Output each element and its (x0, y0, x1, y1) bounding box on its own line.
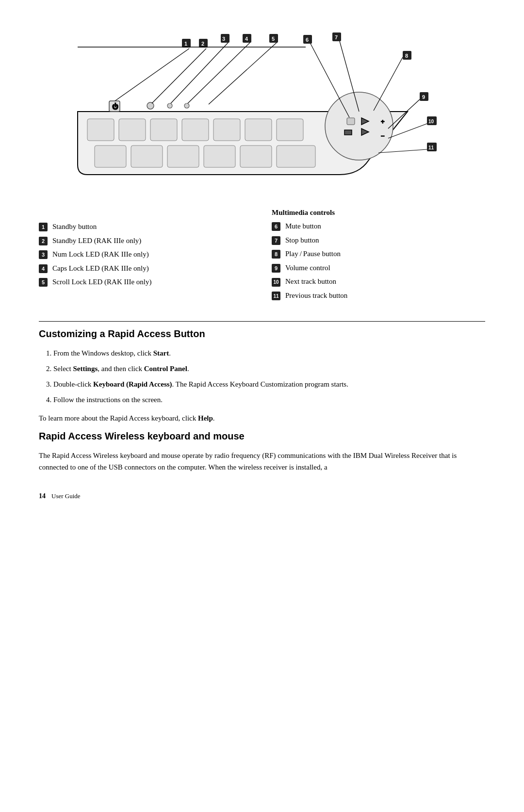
svg-text:+: + (381, 118, 385, 125)
step-2: Select Settings, and then click Control … (53, 363, 485, 374)
legend-row-10: 10 Next track button (272, 276, 485, 287)
svg-marker-20 (344, 130, 352, 135)
legend-num-11: 11 (272, 292, 280, 300)
svg-rect-3 (182, 119, 209, 141)
svg-line-25 (115, 49, 189, 101)
legend-text-3: Num Lock LED (RAK IIIe only) (52, 249, 149, 260)
legend-text-5: Scroll Lock LED (RAK IIIe only) (52, 276, 152, 288)
step1-prefix: From the Windows desktop, click (53, 349, 153, 357)
legend-row-1: 1 Standby button (39, 221, 252, 232)
svg-text:3: 3 (222, 36, 225, 42)
step-3: Double-click Keyboard (Rapid Access). Th… (53, 378, 485, 390)
step1-suffix: . (169, 349, 171, 357)
page-number: 14 (39, 492, 46, 500)
svg-text:9: 9 (422, 94, 425, 100)
legend-text-7: Stop button (285, 235, 319, 246)
page-footer: 14 User Guide (39, 492, 485, 500)
svg-point-13 (147, 102, 154, 109)
svg-line-34 (188, 43, 250, 103)
legend-num-4: 4 (39, 264, 48, 273)
legend-text-6: Mute button (285, 221, 321, 232)
legend-text-9: Volume control (285, 262, 330, 274)
svg-rect-1 (119, 119, 146, 141)
svg-text:11: 11 (428, 145, 434, 150)
section2-heading: Rapid Access Wireless keyboard and mouse (39, 431, 485, 442)
svg-rect-0 (87, 119, 114, 141)
step-4: Follow the instructions on the screen. (53, 394, 485, 406)
legend-num-7: 7 (272, 236, 280, 245)
legend-right: Multimedia controls 6 Mute button 7 Stop… (252, 209, 485, 304)
svg-rect-8 (131, 146, 163, 167)
section-divider-1 (39, 321, 485, 322)
legend-row-11: 11 Previous track button (272, 290, 485, 301)
keyboard-diagram: + − ⏻ 1 2 3 4 5 6 (39, 19, 485, 194)
section1-footer-bold: Help (198, 414, 213, 422)
step-1: From the Windows desktop, click Start. (53, 347, 485, 359)
multimedia-header: Multimedia controls (272, 209, 485, 217)
legend-row-3: 3 Num Lock LED (RAK IIIe only) (39, 249, 252, 260)
section1-footer-prefix: To learn more about the Rapid Access key… (39, 414, 198, 422)
section2-body: The Rapid Access Wireless keyboard and m… (39, 450, 485, 473)
footer-label: User Guide (51, 492, 81, 500)
step2-suffix: . (187, 365, 189, 373)
svg-text:7: 7 (335, 34, 338, 40)
legend-section: 1 Standby button 2 Standby LED (RAK IIIe… (39, 209, 485, 304)
svg-text:4: 4 (245, 36, 248, 42)
legend-left: 1 Standby button 2 Standby LED (RAK IIIe… (39, 209, 252, 304)
legend-num-8: 8 (272, 250, 280, 259)
legend-text-2: Standby LED (RAK IIIe only) (52, 235, 141, 246)
svg-rect-11 (240, 146, 272, 167)
svg-text:5: 5 (272, 36, 275, 42)
svg-rect-2 (150, 119, 177, 141)
svg-rect-17 (347, 118, 355, 125)
step3-prefix: Double-click (53, 380, 93, 388)
legend-num-6: 6 (272, 222, 280, 231)
legend-row-8: 8 Play / Pause button (272, 248, 485, 260)
svg-point-15 (184, 103, 189, 108)
step3-bold: Keyboard (Rapid Access) (93, 380, 172, 388)
step2-bold1: Settings (73, 365, 98, 373)
section1-heading: Customizing a Rapid Access Button (39, 328, 485, 340)
legend-num-1: 1 (39, 223, 48, 231)
svg-rect-12 (277, 146, 315, 167)
legend-num-10: 10 (272, 278, 280, 287)
svg-rect-7 (95, 146, 126, 167)
step3-suffix: . The Rapid Access Keyboard Customizatio… (172, 380, 348, 388)
steps-list: From the Windows desktop, click Start. S… (53, 347, 485, 406)
svg-rect-5 (245, 119, 272, 141)
svg-rect-10 (204, 146, 235, 167)
svg-line-37 (209, 43, 277, 104)
svg-text:⏻: ⏻ (112, 103, 118, 110)
svg-line-28 (152, 49, 206, 103)
legend-row-4: 4 Caps Lock LED (RAK IIIe only) (39, 263, 252, 274)
svg-point-16 (325, 92, 393, 160)
step2-mid: , and then click (98, 365, 144, 373)
svg-rect-9 (167, 146, 199, 167)
step2-bold2: Control Panel (144, 365, 187, 373)
legend-text-1: Standby button (52, 221, 97, 232)
legend-num-3: 3 (39, 250, 48, 259)
svg-rect-4 (213, 119, 240, 141)
svg-text:8: 8 (405, 53, 408, 59)
legend-num-2: 2 (39, 237, 48, 245)
legend-text-8: Play / Pause button (285, 248, 341, 260)
section1-footer-suffix: . (213, 414, 215, 422)
step4-text: Follow the instructions on the screen. (53, 396, 163, 404)
legend-text-11: Previous track button (285, 290, 347, 301)
legend-num-5: 5 (39, 278, 48, 287)
legend-row-6: 6 Mute button (272, 221, 485, 232)
legend-text-4: Caps Lock LED (RAK IIIe only) (52, 263, 149, 274)
svg-rect-6 (277, 119, 303, 141)
svg-text:1: 1 (184, 41, 187, 47)
legend-num-9: 9 (272, 264, 280, 273)
svg-text:−: − (381, 132, 385, 140)
diagram-svg: + − ⏻ 1 2 3 4 5 6 (39, 19, 485, 194)
legend-text-10: Next track button (285, 276, 336, 287)
svg-text:2: 2 (201, 41, 204, 47)
step2-prefix: Select (53, 365, 73, 373)
svg-line-46 (374, 57, 403, 111)
legend-row-7: 7 Stop button (272, 235, 485, 246)
svg-point-14 (167, 103, 172, 108)
legend-row-2: 2 Standby LED (RAK IIIe only) (39, 235, 252, 246)
legend-row-9: 9 Volume control (272, 262, 485, 274)
